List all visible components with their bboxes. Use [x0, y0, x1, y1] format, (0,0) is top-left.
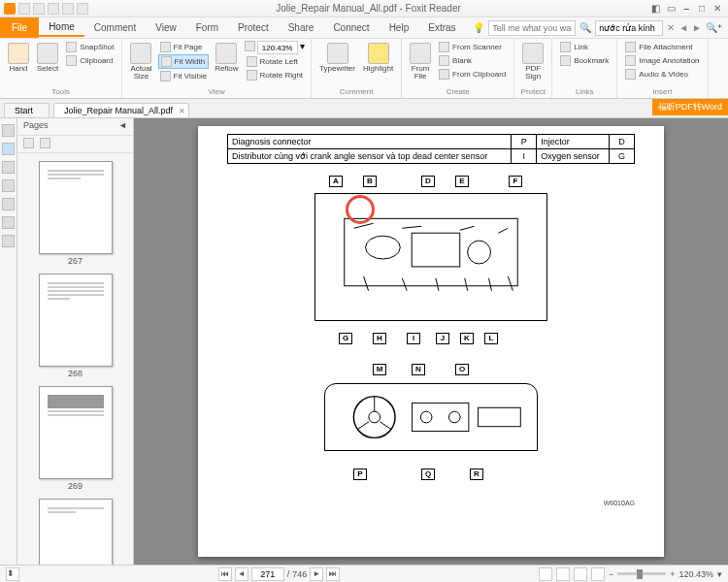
ribbon-label-view: View: [128, 86, 305, 96]
fit-page-button[interactable]: Fit Page: [158, 41, 210, 53]
view-mode-1-icon[interactable]: [539, 567, 552, 581]
titlebar: Jolie_Repair Manual_All.pdf - Foxit Read…: [0, 0, 728, 17]
first-page-button[interactable]: ⏮: [218, 567, 232, 581]
view-mode-2-icon[interactable]: [556, 567, 570, 581]
zoom-out-button[interactable]: −: [609, 569, 613, 579]
zoom-slider[interactable]: [617, 572, 666, 575]
workspace: Pages ◄ 267 268 269 270 271 Diagnosis co…: [0, 118, 728, 565]
view-mode-3-icon[interactable]: [574, 567, 587, 581]
find-next-icon[interactable]: ►: [692, 22, 702, 33]
typewriter-button[interactable]: Typewriter: [317, 41, 357, 75]
tab-home[interactable]: Home: [39, 18, 84, 37]
thumb-267[interactable]: 267: [21, 161, 129, 266]
snapshot-button[interactable]: SnapShot: [64, 41, 116, 53]
image-annotation-button[interactable]: Image Annotation: [623, 54, 701, 67]
tab-form[interactable]: Form: [186, 19, 228, 36]
fit-width-button[interactable]: Fit Width: [158, 54, 210, 69]
bookmark-button[interactable]: Bookmark: [558, 54, 611, 67]
tab-connect[interactable]: Connect: [323, 19, 379, 36]
qat-print-icon[interactable]: [48, 3, 59, 15]
rail-bookmarks-icon[interactable]: [2, 124, 15, 137]
fit-visible-button[interactable]: Fit Visible: [158, 70, 210, 82]
select-button[interactable]: Select: [35, 41, 60, 75]
tab-share[interactable]: Share: [279, 19, 324, 36]
blank-button[interactable]: Blank: [437, 54, 508, 67]
ribbon-group-comment: Typewriter Highlight Comment: [312, 39, 402, 98]
rotate-left-button[interactable]: Rotate Left: [245, 55, 305, 68]
audio-video-button[interactable]: Audio & Video: [623, 68, 701, 81]
ribbon-label-links: Links: [558, 86, 611, 96]
minimize-button[interactable]: ‒: [679, 3, 693, 15]
qat-open-icon[interactable]: [18, 3, 30, 15]
clipboard-button[interactable]: Clipboard: [64, 54, 116, 67]
rail-pages-icon[interactable]: [2, 143, 15, 155]
qat-redo-icon[interactable]: [77, 3, 88, 15]
find-prev-icon[interactable]: ◄: [678, 22, 688, 33]
thumbnails-panel: Pages ◄ 267 268 269 270 271: [17, 118, 134, 565]
rail-attachments-icon[interactable]: [2, 179, 15, 192]
tell-me-input[interactable]: [488, 20, 576, 36]
thumb-269[interactable]: 269: [21, 386, 129, 491]
tab-view[interactable]: View: [146, 19, 186, 36]
tab-extras[interactable]: Extras: [418, 19, 465, 36]
thumbs-collapse-icon[interactable]: ◄: [118, 120, 127, 133]
close-button[interactable]: ✕: [711, 3, 724, 15]
maximize-button[interactable]: □: [695, 3, 709, 15]
next-page-button[interactable]: ►: [310, 567, 323, 581]
diagram-code: W6010AG: [227, 500, 635, 506]
from-file-button[interactable]: From File: [408, 41, 433, 82]
thumbs-reduce-icon[interactable]: [40, 138, 50, 148]
thumb-270[interactable]: 270: [21, 499, 129, 565]
zoom-dropdown-icon[interactable]: ▾: [300, 41, 305, 54]
hand-button[interactable]: Hand: [6, 41, 31, 75]
zoom-input[interactable]: [257, 41, 298, 54]
page-area[interactable]: Diagnosis connectorPInjectorD Distributo…: [134, 118, 728, 565]
tab-comment[interactable]: Comment: [84, 19, 146, 36]
pdf-sign-button[interactable]: PDF Sign: [520, 41, 546, 82]
prev-page-button[interactable]: ◄: [235, 567, 248, 581]
zoom-in-button[interactable]: +: [670, 569, 675, 579]
view-mode-4-icon[interactable]: [591, 567, 605, 581]
actual-size-button[interactable]: Actual Size: [128, 41, 153, 82]
rail-layers-icon[interactable]: [2, 235, 15, 247]
thumbs-enlarge-icon[interactable]: [23, 138, 34, 148]
qat-save-icon[interactable]: [33, 3, 45, 15]
component-table: Diagnosis connectorPInjectorD Distributo…: [227, 134, 635, 164]
from-scanner-button[interactable]: From Scanner: [437, 41, 508, 53]
doc-tab-file[interactable]: Jolie_Repair Manual_All.pdf✕: [53, 103, 189, 117]
rail-signatures-icon[interactable]: [2, 198, 15, 210]
tab-close-icon[interactable]: ✕: [179, 107, 185, 115]
ribbon-group-links: Link Bookmark Links: [552, 39, 617, 98]
find-icon: 🔍: [579, 22, 591, 34]
file-menu[interactable]: File: [0, 17, 39, 38]
tab-help[interactable]: Help: [380, 19, 419, 36]
advanced-search-icon[interactable]: 🔍⁺: [706, 22, 722, 33]
ribbon-label-comment: Comment: [317, 86, 395, 96]
link-button[interactable]: Link: [558, 41, 611, 53]
file-attachment-button[interactable]: File Attachment: [623, 41, 701, 53]
convert-to-word-badge[interactable]: 福昕PDF转Word: [652, 99, 728, 115]
rail-comments-icon[interactable]: [2, 161, 15, 174]
rotate-right-button[interactable]: Rotate Right: [245, 69, 305, 81]
thumbs-list[interactable]: 267 268 269 270 271: [17, 153, 133, 565]
page-number-input[interactable]: [251, 567, 284, 581]
status-size-icon[interactable]: ⬍: [6, 567, 19, 581]
engine-diagram: A B D E F G H I: [285, 176, 577, 350]
ribbon-toggle-icon[interactable]: ▭: [664, 3, 678, 15]
zoom-out-icon[interactable]: [245, 41, 255, 51]
thumb-268[interactable]: 268: [21, 274, 129, 378]
doc-tab-start[interactable]: Start: [4, 103, 50, 117]
highlight-button[interactable]: Highlight: [361, 41, 395, 75]
rail-security-icon[interactable]: [2, 216, 15, 229]
ribbon-label-insert: Insert: [623, 86, 701, 96]
zoom-dropdown[interactable]: ▾: [717, 569, 722, 579]
skin-icon[interactable]: ◧: [648, 3, 662, 15]
qat-undo-icon[interactable]: [62, 3, 74, 15]
from-clipboard-button[interactable]: From Clipboard: [437, 68, 508, 81]
reflow-button[interactable]: Reflow: [213, 41, 240, 75]
find-close-icon[interactable]: ✕: [667, 22, 675, 33]
find-input[interactable]: [595, 20, 663, 36]
statusbar: ⬍ ⏮ ◄ / 746 ► ⏭ − + 120.43% ▾: [0, 565, 728, 582]
tab-protect[interactable]: Protect: [228, 19, 279, 36]
last-page-button[interactable]: ⏭: [326, 567, 340, 581]
